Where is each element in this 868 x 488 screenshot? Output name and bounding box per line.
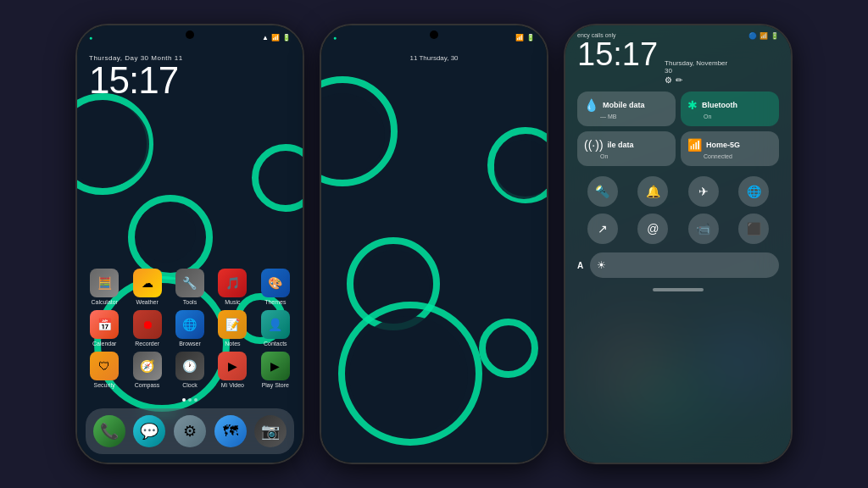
app-compass[interactable]: 🧭 Compass: [128, 352, 165, 388]
cc-quick-row1: 🔦 🔔 ✈ 🌐: [565, 173, 791, 210]
app-playstore[interactable]: ▶ Play Store: [257, 352, 294, 388]
app-music[interactable]: 🎵 Music: [214, 269, 251, 305]
apps-row1: 🧮 Calculator ☁ Weather 🔧 Tools 🎵 Music 🎨…: [77, 262, 303, 395]
cc-btn-video[interactable]: 📹: [688, 214, 719, 244]
cc-brightness-bar[interactable]: ☀: [590, 252, 779, 278]
cc-tile-wifi[interactable]: 📶 Home-5G Connected: [681, 131, 779, 166]
dock-camera[interactable]: 📷: [254, 415, 287, 447]
phone2: ● 📶🔋 11 Thursday, 30 15:17: [320, 24, 548, 464]
cc-btn-airplane[interactable]: ✈: [688, 176, 719, 207]
page-dots: [77, 395, 303, 405]
app-contacts[interactable]: 👤 Contacts: [257, 310, 294, 347]
app-mivideo[interactable]: ▶ Mi Video: [214, 352, 251, 388]
cc-brightness-a: A: [577, 261, 583, 270]
cc-btn-screen[interactable]: ⬛: [738, 214, 769, 244]
cc-tile-mobiledata[interactable]: 💧 Mobile data — MB: [577, 92, 676, 126]
cc-btn-flashlight[interactable]: 🔦: [587, 176, 618, 207]
app-browser[interactable]: 🌐 Browser: [171, 310, 209, 347]
dock-chat[interactable]: 💬: [133, 415, 165, 447]
app-calendar[interactable]: 📅 Calendar: [86, 310, 123, 347]
app-calculator[interactable]: 🧮 Calculator: [86, 269, 123, 305]
camera-cutout-2: [430, 30, 438, 39]
home-indicator: [653, 288, 704, 291]
camera-cutout-3: [674, 30, 682, 39]
dock-settings[interactable]: ⚙: [174, 415, 206, 447]
app-security[interactable]: 🛡 Security: [86, 352, 123, 388]
cc-btn-bell[interactable]: 🔔: [637, 176, 668, 207]
app-clock[interactable]: 🕐 Clock: [171, 352, 209, 388]
app-notes[interactable]: 📝 Notes: [214, 310, 251, 347]
app-weather[interactable]: ☁ Weather: [128, 269, 165, 305]
control-center-screen: ency calls only 🔵📶🔋 15:17 Thursday, Nove…: [565, 25, 791, 463]
cc-quick-row2: ↗ @ 📹 ⬛: [565, 210, 791, 247]
app-tools[interactable]: 🔧 Tools: [171, 269, 209, 305]
camera-cutout: [186, 30, 194, 39]
sun-icon: ☀: [597, 259, 606, 271]
dock-maps[interactable]: 🗺: [214, 415, 247, 447]
cc-btn-location[interactable]: ↗: [587, 214, 618, 244]
dock-phone[interactable]: 📞: [93, 415, 125, 447]
app-themes[interactable]: 🎨 Themes: [257, 269, 294, 305]
cc-time-row: 15:17 Thursday, November 30 ⚙✏: [565, 38, 748, 85]
cc-tile-bluetooth[interactable]: ✱ Bluetooth On: [681, 92, 779, 126]
dock: 📞 💬 ⚙ 🗺 📷: [86, 408, 294, 454]
phone1: ● ▲📶🔋 Thursday, Day 30 Month 11 15:17 🧮 …: [75, 24, 304, 464]
cc-tile-iledata[interactable]: ((·)) ile data On: [577, 131, 676, 166]
cc-tiles: 💧 Mobile data — MB ✱ Bluetooth On ((·)) …: [565, 85, 791, 173]
cc-btn-at[interactable]: @: [637, 214, 668, 244]
phone3: ency calls only 🔵📶🔋 15:17 Thursday, Nove…: [564, 24, 793, 464]
cc-btn-globe[interactable]: 🌐: [738, 176, 769, 207]
app-recorder[interactable]: ⏺ Recorder: [128, 310, 165, 347]
cc-brightness-row: A ☀: [565, 247, 791, 283]
